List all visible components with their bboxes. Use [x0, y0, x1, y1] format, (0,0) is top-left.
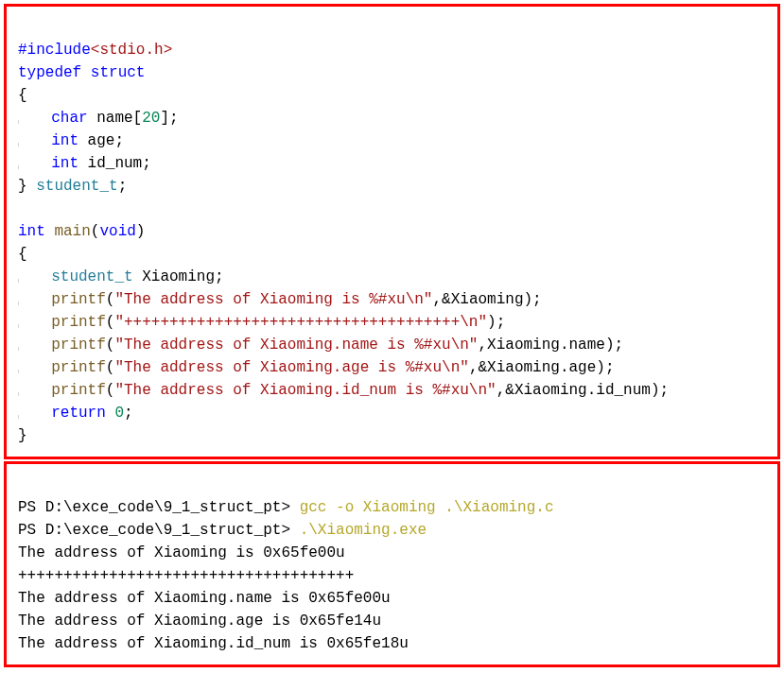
punct: ];	[160, 110, 178, 127]
terminal-output: The address of Xiaoming.age is 0x65fe14u	[18, 613, 381, 630]
args: ,Xiaoming.name);	[478, 336, 623, 354]
code-line: printf("The address of Xiaoming.age is %…	[18, 359, 615, 376]
terminal-line: PS D:\exce_code\9_1_struct_pt> gcc -o Xi…	[18, 499, 554, 516]
ps-prompt: PS D:\exce_code\9_1_struct_pt>	[18, 522, 300, 539]
code-line: {	[18, 246, 27, 263]
string-literal: "The address of Xiaoming.id_num is %#xu\…	[114, 382, 496, 399]
code-line: printf("The address of Xiaoming.id_num i…	[18, 382, 669, 399]
kw-int: int	[18, 223, 45, 240]
code-line: char name[20];	[18, 110, 179, 127]
kw-int: int	[51, 155, 78, 172]
num-20: 20	[142, 110, 160, 127]
var-decl: Xiaoming;	[133, 268, 224, 285]
string-literal: "The address of Xiaoming is %#xu\n"	[114, 291, 432, 308]
string-literal: "+++++++++++++++++++++++++++++++++++++\n…	[114, 314, 487, 331]
code-line: {	[18, 87, 27, 104]
code-line: }	[18, 427, 27, 444]
preproc-include: #include	[18, 42, 91, 59]
code-line: #include<stdio.h>	[18, 42, 172, 59]
code-line: printf("The address of Xiaoming.name is …	[18, 336, 623, 354]
ps-command: .\Xiaoming.exe	[300, 522, 427, 539]
brace-open: {	[18, 246, 27, 263]
code-line: int id_num;	[18, 155, 151, 172]
code-line: } student_t;	[18, 178, 127, 195]
kw-struct: struct	[91, 64, 146, 81]
code-editor-panel: #include<stdio.h> typedef struct { char …	[4, 4, 780, 459]
kw-return: return	[51, 405, 106, 422]
punct: ;	[118, 178, 128, 195]
type-student: student_t	[51, 268, 132, 285]
ps-prompt: PS D:\exce_code\9_1_struct_pt>	[18, 499, 300, 516]
num-zero: 0	[106, 405, 124, 422]
code-line: printf("The address of Xiaoming is %#xu\…	[18, 291, 542, 308]
code-line: int main(void)	[18, 223, 145, 240]
fn-printf: printf	[51, 359, 106, 376]
terminal-line: PS D:\exce_code\9_1_struct_pt> .\Xiaomin…	[18, 522, 427, 539]
brace-close: }	[18, 178, 36, 195]
field-id: id_num;	[78, 155, 151, 172]
args: ,&Xiaoming.id_num);	[497, 382, 669, 399]
fn-main: main	[45, 223, 91, 240]
kw-char: char	[51, 110, 87, 127]
code-line: student_t Xiaoming;	[18, 268, 224, 285]
code-line: printf("++++++++++++++++++++++++++++++++…	[18, 314, 505, 331]
code-line: typedef struct	[18, 64, 145, 81]
terminal-panel: PS D:\exce_code\9_1_struct_pt> gcc -o Xi…	[4, 461, 780, 667]
terminal-output: The address of Xiaoming.id_num is 0x65fe…	[18, 635, 409, 652]
terminal-output: The address of Xiaoming.name is 0x65fe00…	[18, 590, 391, 607]
field-age: age;	[78, 132, 124, 149]
typedef-name: student_t	[36, 178, 117, 195]
include-header: <stdio.h>	[91, 42, 172, 59]
fn-printf: printf	[51, 314, 106, 331]
fn-printf: printf	[51, 382, 106, 399]
brace-close: }	[18, 427, 27, 444]
args: );	[487, 314, 505, 331]
blank-line	[18, 200, 27, 217]
kw-int: int	[51, 132, 78, 149]
ps-command: gcc -o Xiaoming .\Xiaoming.c	[300, 499, 554, 516]
kw-typedef: typedef	[18, 64, 81, 81]
string-literal: "The address of Xiaoming.name is %#xu\n"	[114, 336, 478, 354]
args: ,&Xiaoming.age);	[469, 359, 615, 376]
field-name: name[	[88, 110, 143, 127]
code-line: int age;	[18, 132, 124, 149]
fn-printf: printf	[51, 291, 106, 308]
code-line: return 0;	[18, 405, 133, 422]
brace-open: {	[18, 87, 27, 104]
kw-void: void	[99, 223, 135, 240]
args: ,&Xiaoming);	[432, 291, 541, 308]
fn-printf: printf	[51, 336, 106, 354]
terminal-output: The address of Xiaoming is 0x65fe00u	[18, 544, 345, 561]
string-literal: "The address of Xiaoming.age is %#xu\n"	[114, 359, 468, 376]
terminal-output: +++++++++++++++++++++++++++++++++++++	[18, 567, 354, 584]
punct: ;	[124, 405, 133, 422]
